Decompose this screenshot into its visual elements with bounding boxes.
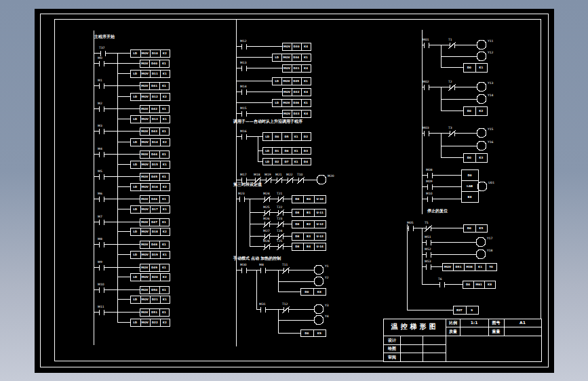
box-cell-text: K2 [163, 185, 167, 188]
box-cell-text: D0 [275, 135, 279, 138]
box-cell-text: D47 [151, 220, 157, 224]
annotation-text: 停止的复位 [427, 208, 448, 214]
box-cell-text: D11 [152, 72, 158, 75]
annotation-text: 调用子——自动时从上升沿调用子程序 [233, 119, 302, 124]
coil-label: Y1 [324, 264, 329, 268]
box-cell-text: D0 [466, 283, 470, 286]
box-cell-text: D14 [152, 140, 158, 144]
contact-label: M05 [407, 221, 414, 224]
box-cell-text: D42 [151, 107, 157, 111]
contact-label: M31 [259, 302, 266, 306]
box-cell-text: K4 [304, 112, 308, 115]
box-cell-text: LD [133, 140, 138, 144]
box-cell-text: D0 [467, 174, 471, 177]
box-cell-text: K1 [479, 66, 483, 69]
box-cell-text: K4 [304, 45, 308, 48]
box-cell-text: D13 [152, 117, 158, 121]
coil-label: Y18 [486, 249, 493, 252]
box-cell-text: B3 [307, 235, 311, 238]
box-cell-text: MOV [141, 62, 149, 65]
box-cell-text: D45 [151, 175, 157, 178]
box-cell-text: MOV [283, 66, 291, 70]
box-cell-text: B2 [307, 222, 311, 226]
box-cell-text: D15 [152, 163, 158, 166]
coil-label: Y16 [487, 140, 494, 144]
box-cell-text: D0 [467, 226, 471, 230]
contact-label: M8 [98, 237, 102, 241]
titleblock-row-draw: 绘图 [384, 345, 400, 352]
box-cell-text: U-10 [316, 197, 324, 201]
box-cell-text: K1 [163, 253, 167, 256]
contact-label: M5 [98, 169, 102, 173]
contact-label: M11 [98, 305, 104, 308]
box-cell-text: LD [133, 185, 138, 188]
contact-label: M12 [240, 39, 247, 43]
box-cell-text: LD [133, 163, 138, 166]
box-cell-text: D8 [295, 245, 299, 248]
box-cell-text: MOV [283, 56, 290, 59]
box-cell-text: K1 [162, 129, 166, 133]
box-cell-text: I:AB [467, 184, 473, 188]
titleblock-mass-label: 质量 [446, 327, 460, 336]
box-cell-text: K4 [304, 66, 308, 70]
contact-label: M08 [426, 168, 433, 172]
box-cell-text: MOV [141, 288, 149, 292]
contact-label: M15 [240, 106, 247, 110]
box-cell-text: U-14 [316, 245, 324, 248]
box-cell-text: D2 [304, 135, 308, 138]
box-cell-text: D12 [152, 95, 158, 98]
coil-label: M20 [328, 174, 334, 178]
box-cell-text: D50 [151, 288, 157, 292]
box-cell-text: MOV [142, 117, 149, 121]
box-cell-text: D8 [295, 211, 299, 214]
box-cell-text: D2 [275, 160, 279, 163]
box-cell-text: MOV [142, 72, 149, 75]
box-cell-text: MOV [142, 230, 149, 233]
box-cell-text: D3 [304, 149, 308, 153]
coil-label: Y17 [486, 237, 493, 240]
contact-label: M27 [263, 229, 270, 233]
box-cell-text: LD [133, 230, 138, 233]
box-cell-text: 9 [471, 308, 473, 312]
box-cell-text: LD [133, 253, 138, 256]
contact-label: T22 [276, 205, 283, 209]
box-cell-text: D20 [152, 275, 158, 279]
contact-label: M9 [98, 260, 102, 264]
box-cell-text: LD [265, 149, 270, 153]
box-cell-text: MOV [142, 185, 149, 188]
contact-label: M28 [263, 239, 270, 243]
box-cell-text: D35 [293, 79, 299, 83]
box-cell-text: Y0 [488, 265, 493, 268]
box-cell-text: D22 [152, 321, 158, 324]
box-cell-text: D51 [151, 310, 157, 314]
contact-label: M21 [275, 173, 282, 176]
contact-label: M02 [423, 80, 429, 83]
box-cell-text: LD [265, 135, 270, 138]
titleblock-row-design: 设计 [384, 336, 400, 344]
contact-label: T3 [448, 126, 452, 129]
box-cell-text: K3 [479, 156, 483, 159]
box-cell-text: D0 [467, 66, 471, 69]
box-cell-text: D6 [284, 149, 288, 153]
box-cell-text: K1 [162, 153, 166, 156]
box-cell-text: M61 [475, 283, 482, 286]
contact-label: T12 [281, 302, 288, 306]
box-cell-text: D17 [152, 207, 158, 211]
box-cell-text: B4 [307, 245, 311, 248]
contact-label: M3 [98, 124, 102, 127]
box-cell-text: K1 [162, 107, 166, 111]
box-cell-text: MOV [141, 129, 149, 133]
box-cell-text: U-11 [316, 211, 324, 214]
box-cell-text: K2 [163, 230, 167, 233]
contact-label: M30 [240, 263, 247, 266]
contact-label: T6 [437, 277, 442, 281]
box-cell-text: MOV [141, 310, 149, 314]
box-cell-text: K1 [162, 197, 166, 201]
box-cell-text: LD [133, 52, 138, 55]
box-cell-text: K2 [163, 321, 167, 324]
box-cell-text: K1 [162, 220, 166, 224]
box-cell-text: MOV [141, 153, 149, 156]
box-cell-text: MOV [142, 298, 149, 301]
contact-label: M16 [240, 129, 247, 133]
box-cell-text: LD [133, 207, 138, 211]
